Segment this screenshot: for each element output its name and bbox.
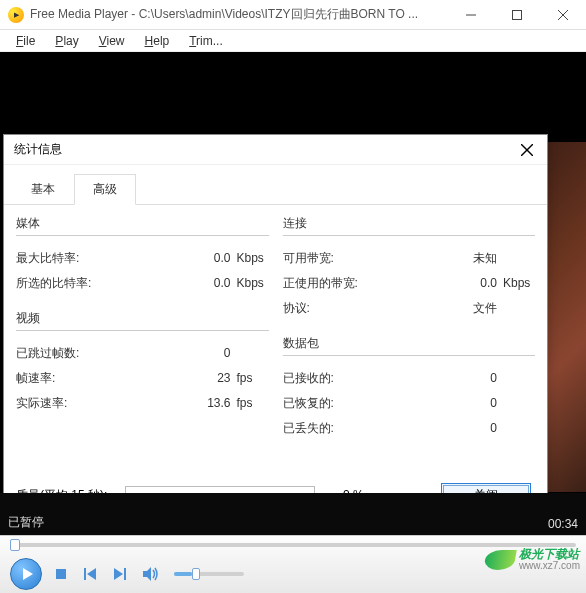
label-received: 已接收的:	[283, 370, 383, 387]
group-packets: 数据包 已接收的: 0 已恢复的: 0 已丢失的: 0	[283, 335, 536, 441]
dialog-title: 统计信息	[14, 141, 62, 158]
group-media: 媒体 最大比特率: 0.0Kbps 所选的比特率: 0.0Kbps	[16, 215, 269, 296]
next-button[interactable]	[110, 563, 132, 585]
play-button[interactable]	[10, 558, 42, 590]
app-icon	[8, 7, 24, 23]
svg-rect-1	[513, 11, 522, 20]
value-sel-bitrate: 0.0	[214, 276, 231, 290]
close-button[interactable]	[540, 0, 586, 30]
row-protocol: 协议: 文件	[283, 296, 536, 321]
menubar: File Play View Help Trim...	[0, 30, 586, 52]
label-lost: 已丢失的:	[283, 420, 383, 437]
label-protocol: 协议:	[283, 300, 383, 317]
left-column: 媒体 最大比特率: 0.0Kbps 所选的比特率: 0.0Kbps 视频 已跳过…	[16, 215, 269, 455]
menu-view[interactable]: View	[91, 32, 133, 50]
row-sel-bitrate: 所选的比特率: 0.0Kbps	[16, 271, 269, 296]
tab-basic[interactable]: 基本	[12, 174, 74, 205]
stop-button[interactable]	[50, 563, 72, 585]
unit-fps: fps	[237, 371, 269, 385]
dialog-close-button[interactable]	[517, 140, 537, 160]
row-bandwidth: 可用带宽: 未知	[283, 246, 536, 271]
svg-rect-7	[84, 568, 86, 580]
tab-bar: 基本 高级	[4, 165, 547, 205]
svg-rect-10	[124, 568, 126, 580]
volume-slider[interactable]	[174, 572, 244, 576]
unit-kbps: Kbps	[237, 276, 269, 290]
minimize-button[interactable]	[448, 0, 494, 30]
group-title-packets: 数据包	[283, 335, 536, 356]
label-skipped: 已跳过帧数:	[16, 345, 116, 362]
value-lost: 0	[490, 421, 497, 435]
menu-file[interactable]: File	[8, 32, 43, 50]
label-fps: 帧速率:	[16, 370, 116, 387]
playback-status: 已暂停	[8, 514, 548, 531]
row-lost: 已丢失的: 0	[283, 416, 536, 441]
seek-bar[interactable]	[0, 536, 586, 554]
controls-row	[0, 554, 586, 593]
row-skipped-frames: 已跳过帧数: 0	[16, 341, 269, 366]
unit-kbps: Kbps	[237, 251, 269, 265]
window-titlebar: Free Media Player - C:\Users\admin\Video…	[0, 0, 586, 30]
label-max-bitrate: 最大比特率:	[16, 250, 116, 267]
value-skipped: 0	[224, 346, 231, 360]
window-controls	[448, 0, 586, 29]
menu-help[interactable]: Help	[137, 32, 178, 50]
value-received: 0	[490, 371, 497, 385]
row-actual-fps: 实际速率: 13.6fps	[16, 391, 269, 416]
volume-thumb[interactable]	[192, 568, 200, 580]
unit-fps: fps	[237, 396, 269, 410]
dialog-body: 媒体 最大比特率: 0.0Kbps 所选的比特率: 0.0Kbps 视频 已跳过…	[4, 205, 547, 465]
row-max-bitrate: 最大比特率: 0.0Kbps	[16, 246, 269, 271]
value-used-bw: 0.0	[480, 276, 497, 290]
svg-marker-8	[87, 568, 96, 580]
prev-button[interactable]	[80, 563, 102, 585]
window-title: Free Media Player - C:\Users\admin\Video…	[30, 6, 448, 23]
seek-thumb[interactable]	[10, 539, 20, 551]
dialog-header: 统计信息	[4, 135, 547, 165]
group-title-video: 视频	[16, 310, 269, 331]
tab-advanced[interactable]: 高级	[74, 174, 136, 205]
group-title-connection: 连接	[283, 215, 536, 236]
menu-trim[interactable]: Trim...	[181, 32, 231, 50]
row-recovered: 已恢复的: 0	[283, 391, 536, 416]
group-video: 视频 已跳过帧数: 0 帧速率: 23fps 实际速率: 13.6fps	[16, 310, 269, 416]
unit-kbps: Kbps	[503, 276, 535, 290]
svg-rect-6	[56, 569, 66, 579]
close-icon	[521, 144, 533, 156]
value-bandwidth: 未知	[473, 250, 497, 267]
value-fps: 23	[217, 371, 230, 385]
menu-play[interactable]: Play	[47, 32, 86, 50]
label-actual-fps: 实际速率:	[16, 395, 116, 412]
status-bar: 已暂停 00:34	[0, 493, 586, 535]
svg-marker-11	[143, 567, 151, 581]
maximize-button[interactable]	[494, 0, 540, 30]
label-used-bw: 正使用的带宽:	[283, 275, 383, 292]
playback-time: 00:34	[548, 517, 578, 531]
row-fps: 帧速率: 23fps	[16, 366, 269, 391]
volume-icon[interactable]	[140, 563, 162, 585]
group-connection: 连接 可用带宽: 未知 正使用的带宽: 0.0Kbps 协议: 文件	[283, 215, 536, 321]
label-sel-bitrate: 所选的比特率:	[16, 275, 116, 292]
label-recovered: 已恢复的:	[283, 395, 383, 412]
row-used-bandwidth: 正使用的带宽: 0.0Kbps	[283, 271, 536, 296]
label-bandwidth: 可用带宽:	[283, 250, 383, 267]
right-column: 连接 可用带宽: 未知 正使用的带宽: 0.0Kbps 协议: 文件	[283, 215, 536, 455]
value-protocol: 文件	[473, 300, 497, 317]
player-controls	[0, 535, 586, 593]
statistics-dialog: 统计信息 基本 高级 媒体 最大比特率: 0.0Kbps 所选的比特率: 0	[3, 134, 548, 530]
row-received: 已接收的: 0	[283, 366, 536, 391]
group-title-media: 媒体	[16, 215, 269, 236]
value-max-bitrate: 0.0	[214, 251, 231, 265]
value-actual-fps: 13.6	[207, 396, 230, 410]
video-area: 统计信息 基本 高级 媒体 最大比特率: 0.0Kbps 所选的比特率: 0	[0, 52, 586, 535]
value-recovered: 0	[490, 396, 497, 410]
svg-marker-9	[114, 568, 123, 580]
